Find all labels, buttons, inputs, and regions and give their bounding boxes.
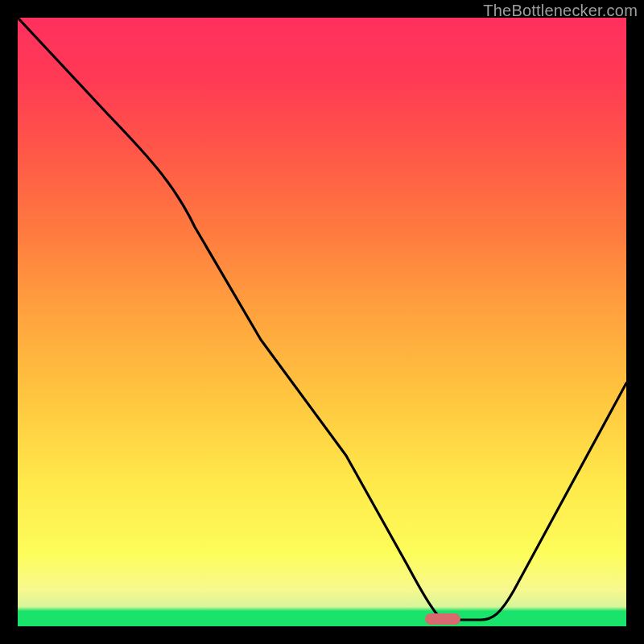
chart-frame: TheBottlenecker.com <box>0 0 644 644</box>
bottleneck-curve <box>18 18 626 626</box>
watermark-text: TheBottlenecker.com <box>483 2 638 20</box>
optimal-marker <box>425 613 460 625</box>
curve-path <box>18 18 626 620</box>
plot-area <box>18 18 626 626</box>
